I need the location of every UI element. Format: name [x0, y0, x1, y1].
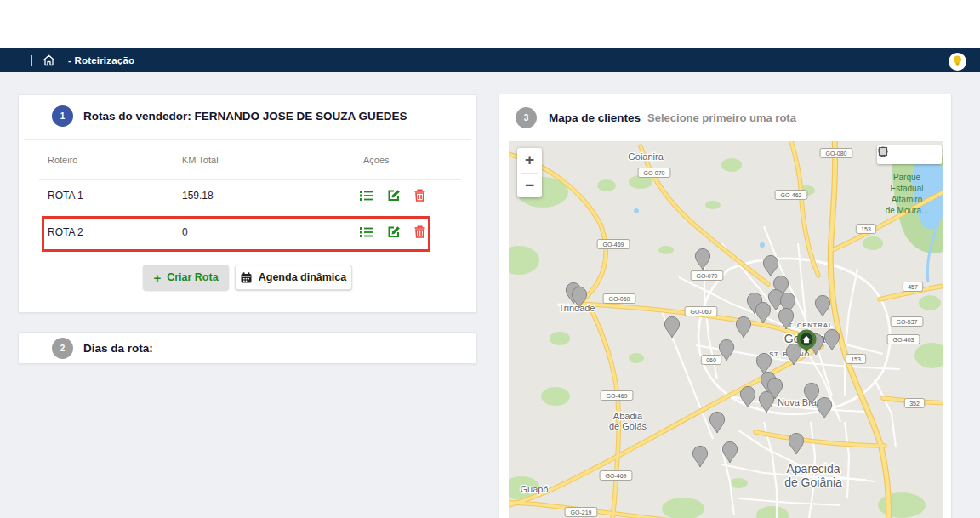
- row-km-total: 159.18: [182, 190, 214, 202]
- panel-dias-da-rota: 2 Dias da rota:: [18, 332, 477, 364]
- edit-icon: [387, 225, 402, 239]
- road-shield: 153: [846, 355, 865, 364]
- svg-text:GO-537: GO-537: [897, 319, 918, 325]
- delete-route-button[interactable]: [413, 188, 428, 203]
- calendar-icon: [241, 272, 252, 283]
- road-shield: GO-403: [887, 335, 920, 344]
- row-km-total: 0: [182, 226, 188, 238]
- map-label: Guapó: [520, 484, 548, 494]
- topbar-divider: [31, 55, 32, 66]
- svg-text:GO-080: GO-080: [826, 151, 847, 157]
- column-header-km-total: KM Total: [182, 155, 219, 165]
- road-shield: 153: [856, 225, 875, 234]
- road-shield: 352: [904, 399, 924, 408]
- svg-text:153: 153: [861, 226, 871, 232]
- row-roteiro: ROTA 1: [48, 190, 83, 202]
- svg-text:GO-070: GO-070: [644, 170, 665, 176]
- map-label: Altamiro: [892, 195, 923, 204]
- map-label: Estadual: [891, 184, 924, 193]
- svg-text:153: 153: [851, 356, 861, 362]
- map-label: Parque: [893, 173, 921, 182]
- zoom-in-button[interactable]: +: [517, 148, 542, 173]
- svg-text:GO-462: GO-462: [781, 192, 802, 198]
- map-drawing-toolbar: [877, 145, 942, 164]
- panel-rotas-title: Rotas do vendedor: FERNANDO JOSE DE SOUZ…: [83, 110, 407, 122]
- svg-text:GO-060: GO-060: [609, 296, 630, 302]
- map-title: Mapa de clientes: [549, 111, 641, 124]
- map-label: Abadia: [613, 411, 643, 421]
- edit-route-button[interactable]: [387, 188, 402, 203]
- step-badge-1: 1: [52, 105, 73, 127]
- agenda-dinamica-label: Agenda dinâmica: [259, 271, 347, 283]
- road-shield: GO-080: [820, 149, 852, 158]
- map-label: de Goiás: [609, 421, 647, 431]
- divider: [39, 179, 461, 180]
- map-zoom-control: + −: [517, 148, 542, 197]
- column-header-acoes: Ações: [363, 155, 390, 165]
- map-label: de Goiânia: [784, 475, 842, 489]
- lightbulb-icon: [952, 55, 963, 68]
- map-land: [509, 141, 943, 518]
- edit-route-button[interactable]: [387, 225, 402, 240]
- column-header-roteiro: Roteiro: [48, 155, 77, 165]
- breadcrumb: - Roteirização: [68, 55, 134, 65]
- map-label: Goianira: [628, 151, 664, 162]
- map-label: de Moura...: [886, 206, 929, 215]
- criar-rota-label: Criar Rota: [167, 271, 218, 283]
- divider: [24, 139, 471, 140]
- home-icon[interactable]: [43, 54, 55, 66]
- agenda-dinamica-button[interactable]: Agenda dinâmica: [235, 265, 352, 290]
- criar-rota-button[interactable]: + Criar Rota: [143, 265, 229, 290]
- road-shield: GO-537: [891, 317, 923, 327]
- plus-icon: +: [153, 270, 161, 285]
- step-badge-2: 2: [52, 338, 73, 359]
- svg-text:GO-060: GO-060: [691, 309, 712, 315]
- panel-dias-title: Dias da rota:: [83, 342, 153, 355]
- road-shield: GO-219: [565, 508, 597, 517]
- map-canvas[interactable]: GoianiraTrindadeGuapóAbadiade GoiásST. C…: [509, 141, 943, 518]
- rectangle-icon: [877, 145, 889, 157]
- panel-mapa-de-clientes: 3 Mapa de clientes Selecione primeiro um…: [499, 94, 952, 518]
- list-icon: [359, 225, 373, 239]
- road-shield: GO-469: [600, 471, 632, 481]
- svg-text:GO-403: GO-403: [893, 337, 914, 343]
- road-shield: GO-462: [775, 191, 807, 200]
- step-badge-3: 3: [516, 107, 537, 128]
- edit-icon: [387, 188, 402, 202]
- svg-text:GO-469: GO-469: [606, 473, 627, 479]
- road-shield: 060: [701, 356, 721, 365]
- svg-text:GO-219: GO-219: [571, 509, 592, 515]
- svg-text:060: 060: [706, 357, 716, 363]
- svg-text:GO-469: GO-469: [607, 393, 628, 399]
- road-shield: GO-060: [603, 294, 635, 304]
- road-shield: GO-469: [597, 240, 630, 249]
- route-list-button[interactable]: [359, 225, 374, 240]
- map-label: Nova Brási: [778, 397, 823, 407]
- svg-text:457: 457: [908, 284, 918, 290]
- map-label: Aparecida: [786, 462, 840, 475]
- delete-route-button[interactable]: [413, 225, 428, 240]
- trash-icon: [413, 225, 427, 239]
- zoom-out-button[interactable]: −: [517, 174, 542, 198]
- top-navigation-bar: - Roteirização: [0, 48, 980, 72]
- road-shield: GO-060: [685, 307, 717, 316]
- svg-text:352: 352: [909, 401, 920, 407]
- route-list-button[interactable]: [359, 188, 374, 203]
- row-roteiro: ROTA 2: [48, 226, 83, 238]
- panel-rotas-vendedor: 1 Rotas do vendedor: FERNANDO JOSE DE SO…: [18, 94, 477, 313]
- map-subtitle: Selecione primeiro uma rota: [647, 111, 796, 124]
- help-bulb-button[interactable]: [949, 53, 966, 71]
- list-icon: [359, 188, 373, 202]
- road-shield: GO-070: [691, 271, 723, 281]
- road-shield: GO-469: [601, 391, 633, 401]
- trash-icon: [413, 188, 427, 202]
- road-shield: GO-070: [638, 168, 670, 178]
- svg-text:GO-469: GO-469: [603, 242, 624, 248]
- svg-text:GO-070: GO-070: [697, 273, 718, 279]
- map-header: 3 Mapa de clientes Selecione primeiro um…: [499, 94, 951, 141]
- road-shield: 457: [903, 282, 922, 292]
